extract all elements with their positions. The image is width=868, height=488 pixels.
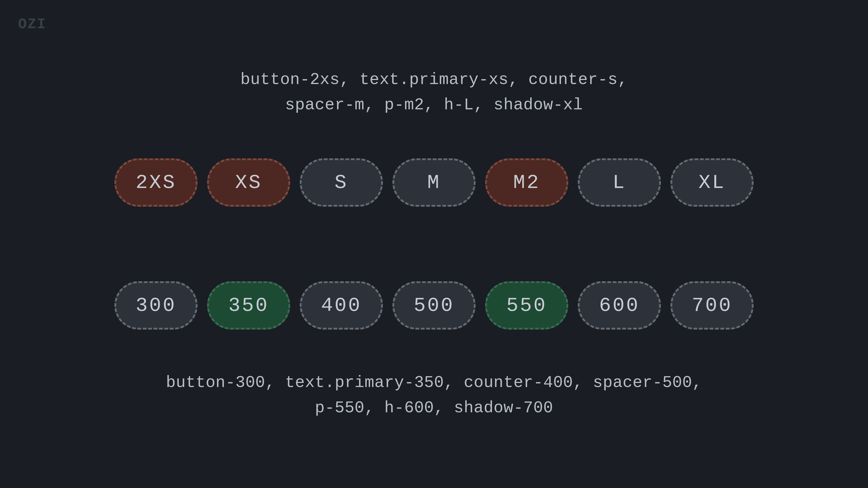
- pill-l: L: [578, 158, 661, 207]
- numeric-pill-row: 300 350 400 500 550 600 700: [114, 281, 754, 330]
- top-label-line2: spacer-m, p-m2, h-L, shadow-xl: [240, 92, 627, 118]
- top-label-line1: button-2xs, text.primary-xs, counter-s,: [240, 67, 627, 93]
- pill-300: 300: [114, 281, 197, 330]
- pill-m2: M2: [485, 158, 568, 207]
- pill-s: S: [300, 158, 383, 207]
- pill-700: 700: [671, 281, 754, 330]
- pill-550: 550: [485, 281, 568, 330]
- pill-xl: XL: [671, 158, 754, 207]
- pill-600: 600: [578, 281, 661, 330]
- main-content: button-2xs, text.primary-xs, counter-s, …: [0, 67, 868, 421]
- pill-500: 500: [393, 281, 475, 330]
- pill-400: 400: [300, 281, 383, 330]
- bottom-label-line1: button-300, text.primary-350, counter-40…: [166, 370, 702, 396]
- pill-2xs: 2XS: [114, 158, 197, 207]
- size-pill-row: 2XS XS S M M2 L XL: [114, 158, 754, 207]
- logo: OZI: [18, 16, 46, 33]
- pill-xs: XS: [207, 158, 290, 207]
- bottom-label-line2: p-550, h-600, shadow-700: [166, 396, 702, 421]
- pill-350: 350: [207, 281, 290, 330]
- pill-m: M: [393, 158, 475, 207]
- top-label: button-2xs, text.primary-xs, counter-s, …: [240, 67, 627, 118]
- bottom-label: button-300, text.primary-350, counter-40…: [166, 370, 702, 421]
